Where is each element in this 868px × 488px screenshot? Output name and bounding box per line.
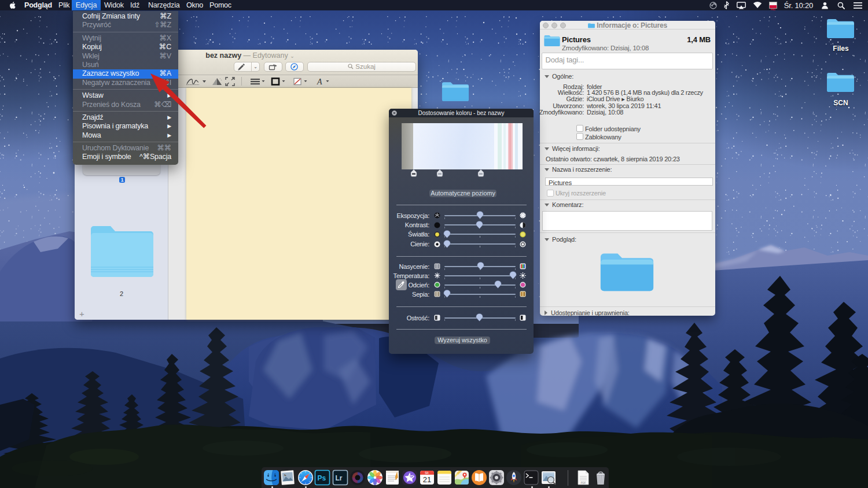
svg-text:Ps: Ps (318, 474, 326, 482)
svg-text:Lr: Lr (336, 474, 343, 482)
svg-text:ŚR.: ŚR. (425, 471, 429, 475)
svg-text:21: 21 (423, 475, 431, 484)
svg-text:PDF: PDF (581, 482, 586, 485)
svg-text:A: A (317, 77, 322, 86)
